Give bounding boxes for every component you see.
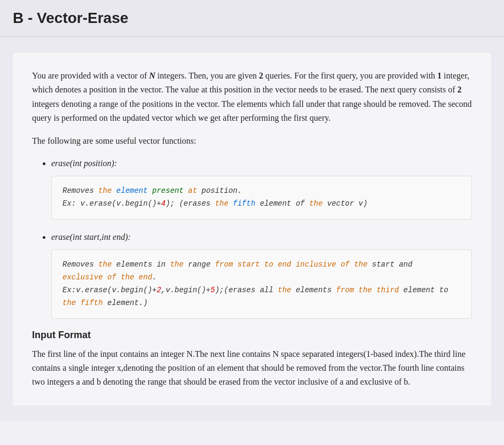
bullet-item-1: erase(int position): Removes the element… [51,157,472,220]
input-format-title: Input Format [32,330,472,341]
code-block-1: Removes the element present at position.… [51,176,472,220]
num-1: 1 [437,71,442,80]
code-line-2-2: exclusive of the end. [62,271,461,284]
intro-paragraph-1: You are provided with a vector of N inte… [32,69,472,126]
func-label-2: erase(int start,int end): [51,232,131,241]
code-element-1: element present at position. [112,186,242,195]
code-removes-1: Removes [62,186,98,195]
math-a: a [76,377,80,386]
code-period: . [152,273,156,282]
code-line-2-1: Removes the elements in the range from s… [62,259,461,271]
code-the-1: the [98,186,112,195]
math-N-2: N [186,349,193,358]
page-wrapper: B - Vector-Erase You are provided with a… [0,0,504,421]
following-text: The following are some useful vector fun… [32,134,472,148]
func-label-1: erase(int position): [51,159,117,168]
math-N-1: N [149,71,155,80]
bullet-list: erase(int position): Removes the element… [51,157,472,319]
code-line-2-3: Ex:v.erase(v.begin()+2,v.begin()+5);(era… [62,284,461,297]
code-line-2-4: the fifth element.) [62,297,461,310]
input-format-text: The first line of the input contains an … [32,347,472,389]
math-N-3: N [273,349,279,358]
code-removes-2: Removes the elements in the range from s… [62,260,412,269]
num-2b: 2 [458,85,462,94]
code-line-1-1: Removes the element present at position. [62,185,461,198]
content-inner: You are provided with a vector of N inte… [13,53,491,405]
page-title: B - Vector-Erase [13,10,491,27]
code-exclusive: exclusive of the end [62,273,152,282]
code-block-2: Removes the elements in the range from s… [51,249,472,318]
math-b: b [97,377,101,386]
num-2: 2 [259,71,263,80]
code-ex-1: Ex: v.erase(v.begin()+4); (erases the fi… [62,199,367,208]
bullet-item-2: erase(int start,int end): Removes the el… [51,230,472,319]
code-the-fifth: the [62,299,76,307]
math-x: x [117,363,121,372]
code-fifth-element: fifth element.) [76,299,147,307]
header-section: B - Vector-Erase [0,0,504,37]
content-area: You are provided with a vector of N inte… [0,37,504,421]
code-ex-2: Ex:v.erase(v.begin()+2,v.begin()+5);(era… [62,286,448,294]
code-line-1-2: Ex: v.erase(v.begin()+4); (erases the fi… [62,198,461,210]
